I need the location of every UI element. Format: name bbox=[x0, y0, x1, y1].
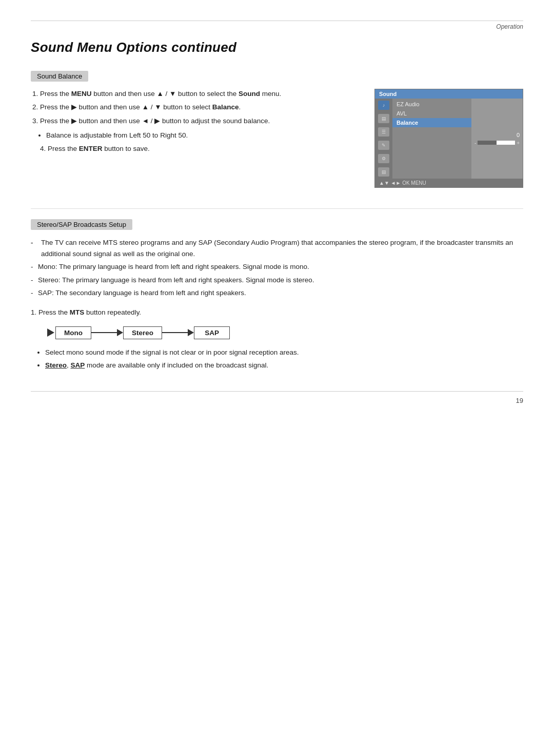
balance-notes: Balance is adjustable from Left 50 to Ri… bbox=[31, 130, 359, 141]
tv-icon-2: ▤ bbox=[378, 114, 389, 123]
tv-balance-bar bbox=[478, 141, 515, 145]
sound-balance-badge: Sound Balance bbox=[31, 71, 88, 82]
arrow-right-icon bbox=[47, 328, 54, 337]
stereo-sap-badge: Stereo/SAP Broadcasts Setup bbox=[31, 219, 132, 230]
tv-screen-mockup: Sound ♪ ▤ ☰ ✎ ⚙ ▤ EZ Audio AVL Balance 0 bbox=[374, 89, 523, 188]
tv-footer: ▲▼ ◄► OK MENU bbox=[375, 179, 523, 187]
mts-box-stereo: Stereo bbox=[123, 326, 162, 339]
step-2: Press the ▶ button and then use ▲ / ▼ bu… bbox=[40, 102, 359, 112]
stereo-underline: Stereo bbox=[45, 361, 67, 369]
menu-bold: MENU bbox=[71, 90, 92, 98]
operation-label: Operation bbox=[31, 23, 523, 30]
mts-step-1: 1. Press the MTS button repeatedly. bbox=[31, 307, 523, 318]
tv-balance-value: 0 bbox=[474, 132, 520, 138]
sap-underline: SAP bbox=[71, 361, 85, 369]
stereo-sap-bullet-stereo: Stereo: The primary language is heard fr… bbox=[31, 275, 523, 286]
stereo-sap-bullets: - The TV can receive MTS stereo programs… bbox=[31, 237, 523, 299]
sound-balance-text: Press the MENU button and then use ▲ / ▼… bbox=[31, 89, 359, 154]
tv-menu-items: EZ Audio AVL Balance bbox=[392, 99, 471, 179]
stereo-sap-bullet-sap: SAP: The secondary language is heard fro… bbox=[31, 287, 523, 299]
tv-icon-3: ☰ bbox=[378, 127, 389, 137]
page-title: Sound Menu Options continued bbox=[31, 40, 523, 55]
mts-note-1: Select mono sound mode if the signal is … bbox=[45, 347, 523, 358]
tv-icon-sound: ♪ bbox=[378, 101, 389, 110]
sound-bold: Sound bbox=[239, 90, 260, 98]
sound-balance-steps: Press the MENU button and then use ▲ / ▼… bbox=[31, 89, 359, 126]
balance-note-1: Balance is adjustable from Left 50 to Ri… bbox=[46, 130, 359, 141]
tv-right-panel: 0 - + bbox=[471, 99, 523, 179]
page-footer: 19 bbox=[31, 392, 523, 410]
section-divider bbox=[31, 208, 523, 209]
tv-icon-4: ✎ bbox=[378, 141, 389, 150]
tv-icon-6: ▤ bbox=[378, 167, 389, 177]
mts-box-sap: SAP bbox=[194, 326, 230, 339]
tv-menu-item-balance: Balance bbox=[392, 118, 471, 127]
page-number: 19 bbox=[516, 397, 523, 404]
tv-menu-item-ezaudio: EZ Audio bbox=[392, 100, 471, 109]
mts-dot-notes: Select mono sound mode if the signal is … bbox=[31, 347, 523, 371]
tv-balance-minus: - bbox=[474, 140, 476, 146]
mts-line-2 bbox=[162, 332, 188, 333]
step-3: Press the ▶ button and then use ◄ / ▶ bu… bbox=[40, 116, 359, 126]
tv-balance-plus: + bbox=[517, 140, 520, 146]
tv-menu-item-avl: AVL bbox=[392, 109, 471, 118]
mts-note-2: Stereo, SAP mode are available only if i… bbox=[45, 360, 523, 371]
stereo-sap-text: - The TV can receive MTS stereo programs… bbox=[31, 237, 523, 371]
mts-bold: MTS bbox=[70, 308, 85, 316]
mts-arrowhead-1 bbox=[117, 329, 123, 336]
top-rule bbox=[31, 21, 523, 21]
stereo-sap-section: Stereo/SAP Broadcasts Setup - The TV can… bbox=[31, 219, 523, 371]
tv-left-icons: ♪ ▤ ☰ ✎ ⚙ ▤ bbox=[375, 99, 392, 179]
tv-icon-5: ⚙ bbox=[378, 154, 389, 163]
enter-bold: ENTER bbox=[79, 145, 103, 152]
tv-footer-nav: ▲▼ ◄► OK MENU bbox=[379, 180, 426, 186]
balance-bold: Balance bbox=[212, 103, 239, 111]
tv-balance-bar-container: - + bbox=[474, 140, 520, 146]
sound-balance-section: Press the MENU button and then use ▲ / ▼… bbox=[31, 89, 523, 188]
mts-arrow-mono-stereo bbox=[91, 329, 123, 336]
mts-arrowhead-2 bbox=[188, 329, 194, 336]
tv-balance-fill bbox=[497, 141, 515, 145]
tv-screen-body: ♪ ▤ ☰ ✎ ⚙ ▤ EZ Audio AVL Balance 0 - bbox=[375, 99, 523, 179]
mts-line-1 bbox=[91, 332, 117, 333]
step-1: Press the MENU button and then use ▲ / ▼… bbox=[40, 89, 359, 99]
mts-arrow-stereo-sap bbox=[162, 329, 194, 336]
stereo-sap-intro: - The TV can receive MTS stereo programs… bbox=[31, 237, 523, 259]
tv-screen-header: Sound bbox=[375, 89, 523, 99]
step-4: 4. Press the ENTER button to save. bbox=[40, 144, 359, 154]
mts-arrow-start bbox=[41, 327, 55, 338]
stereo-sap-bullet-mono: Mono: The primary language is heard from… bbox=[31, 261, 523, 273]
mts-box-mono: Mono bbox=[55, 326, 91, 339]
mts-diagram: Mono Stereo SAP bbox=[41, 326, 523, 339]
